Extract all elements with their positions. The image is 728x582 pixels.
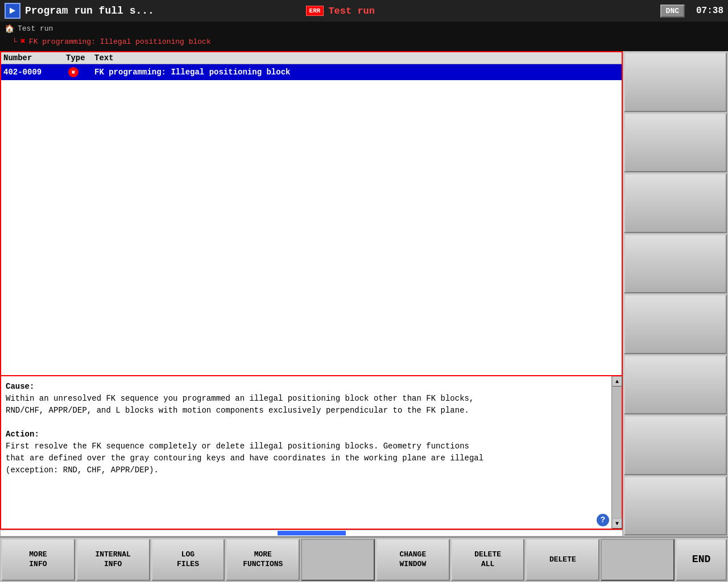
change-window-button[interactable]: CHANGEWINDOW bbox=[376, 539, 450, 581]
more-info-button[interactable]: MOREINFO bbox=[1, 539, 75, 581]
sidebar-btn-4[interactable] bbox=[624, 234, 727, 293]
col-type-header: Type bbox=[66, 53, 94, 63]
empty-btn-1 bbox=[301, 539, 375, 581]
log-files-button[interactable]: LOGFILES bbox=[151, 539, 225, 581]
error-type-icon: ✖ bbox=[68, 67, 78, 77]
test-run-label: Test run bbox=[328, 6, 375, 16]
delete-button[interactable]: DELETE bbox=[526, 539, 599, 581]
cause-label: Cause: bbox=[6, 381, 617, 393]
sidebar-btn-3[interactable] bbox=[624, 173, 727, 232]
cause-text: Within an unresolved FK sequence you pro… bbox=[6, 393, 617, 417]
sidebar-btn-7[interactable] bbox=[624, 415, 727, 475]
col-number-header: Number bbox=[3, 53, 66, 63]
scroll-up-btn[interactable]: ▲ bbox=[612, 376, 622, 386]
table-row[interactable]: 402-0009 ✖ FK programming: Illegal posit… bbox=[1, 64, 622, 80]
dnc-badge: DNC bbox=[660, 5, 685, 18]
main-area: Number Type Text 402-0009 ✖ FK programmi… bbox=[0, 51, 728, 537]
info-panel-content: Cause: Within an unresolved FK sequence … bbox=[1, 376, 622, 529]
help-icon[interactable]: ? bbox=[597, 514, 609, 526]
sidebar-btn-8[interactable] bbox=[624, 476, 727, 535]
content-area: Number Type Text 402-0009 ✖ FK programmi… bbox=[0, 51, 623, 537]
home-icon: 🏠 bbox=[5, 23, 14, 35]
sub-header-error: FK programming: Illegal positioning bloc… bbox=[29, 36, 211, 48]
sidebar-btn-1[interactable] bbox=[624, 52, 727, 111]
sub-header-line1: 🏠 Test run bbox=[5, 23, 723, 35]
scroll-down-btn[interactable]: ▼ bbox=[612, 518, 622, 529]
header: ► Program run full s... ERR Test run DNC… bbox=[0, 0, 728, 22]
progress-bar bbox=[278, 531, 346, 535]
more-functions-button[interactable]: MOREFUNCTIONS bbox=[226, 539, 300, 581]
err-badge: ERR bbox=[306, 6, 324, 16]
info-panel: Cause: Within an unresolved FK sequence … bbox=[0, 376, 623, 530]
clock-display: 07:38 bbox=[689, 6, 723, 16]
tree-indent: └ bbox=[13, 36, 17, 48]
sidebar-btn-5[interactable] bbox=[624, 294, 727, 354]
progress-area bbox=[0, 530, 623, 537]
error-x-icon: ✖ bbox=[20, 35, 26, 49]
error-list-header: Number Type Text bbox=[1, 52, 622, 64]
right-sidebar bbox=[623, 51, 728, 537]
delete-all-button[interactable]: DELETEALL bbox=[451, 539, 525, 581]
error-number: 402-0009 bbox=[3, 68, 66, 77]
error-list-panel: Number Type Text 402-0009 ✖ FK programmi… bbox=[0, 51, 623, 376]
bottom-toolbar: MOREINFO INTERNALINFO LOGFILES MOREFUNCT… bbox=[0, 537, 728, 582]
sub-header: 🏠 Test run └ ✖ FK programming: Illegal p… bbox=[0, 22, 728, 51]
error-type: ✖ bbox=[66, 67, 94, 77]
sidebar-btn-6[interactable] bbox=[624, 355, 727, 414]
internal-info-button[interactable]: INTERNALINFO bbox=[76, 539, 150, 581]
sub-header-title: Test run bbox=[18, 23, 53, 35]
back-arrow-icon[interactable]: ► bbox=[5, 3, 20, 19]
sidebar-btn-2[interactable] bbox=[624, 113, 727, 172]
sub-header-line2: └ ✖ FK programming: Illegal positioning … bbox=[5, 35, 723, 49]
empty-btn-2 bbox=[601, 539, 675, 581]
page-title: Program run full s... bbox=[25, 5, 301, 16]
action-label: Action: bbox=[6, 429, 617, 440]
error-text: FK programming: Illegal positioning bloc… bbox=[94, 68, 619, 77]
info-scrollbar[interactable]: ▲ ▼ bbox=[611, 376, 622, 529]
error-list-body[interactable]: 402-0009 ✖ FK programming: Illegal posit… bbox=[1, 64, 622, 375]
col-text-header: Text bbox=[94, 53, 609, 63]
end-button[interactable]: END bbox=[676, 539, 727, 581]
action-text: First resolve the FK sequence completely… bbox=[6, 440, 617, 476]
